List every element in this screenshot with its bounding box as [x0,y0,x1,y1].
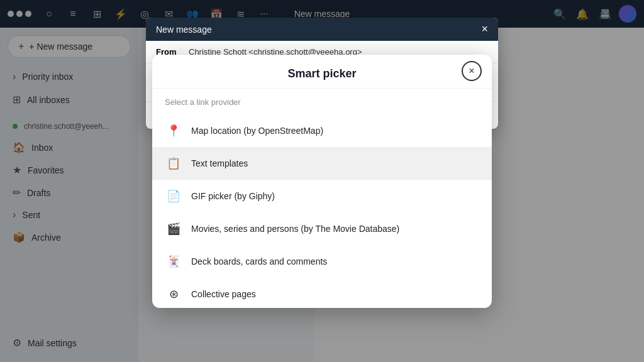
sp-item-icon-collective-pages: ⊛ [165,285,182,300]
sp-item-icon-movies: 🎬 [165,220,182,238]
sp-item-label-collective-pages: Collective pages [191,289,256,299]
sp-item-label-deck-boards: Deck boards, cards and comments [191,256,327,266]
sp-item-movies[interactable]: 🎬 Movies, series and persons (by The Mov… [152,212,492,245]
sp-item-map-location[interactable]: 📍 Map location (by OpenStreetMap) [152,114,492,147]
sp-header: Smart picker × [152,55,492,89]
sp-list: 📍 Map location (by OpenStreetMap) 📋 Text… [152,112,492,300]
sp-item-deck-boards[interactable]: 🃏 Deck boards, cards and comments [152,245,492,278]
sp-item-icon-text-templates: 📋 [165,155,182,172]
sp-item-gif-picker[interactable]: 📄 GIF picker (by Giphy) [152,180,492,212]
sp-title: Smart picker [287,67,356,80]
sp-item-icon-map-location: 📍 [165,122,182,140]
sp-item-icon-gif-picker: 📄 [165,187,182,205]
sp-footer [152,300,492,308]
sp-item-text-templates[interactable]: 📋 Text templates [152,147,492,180]
sp-subtitle: Select a link provider [152,89,492,112]
sp-item-collective-pages[interactable]: ⊛ Collective pages [152,278,492,300]
sp-item-label-movies: Movies, series and persons (by The Movie… [191,224,399,234]
sp-item-label-text-templates: Text templates [191,158,248,168]
sp-item-label-gif-picker: GIF picker (by Giphy) [191,191,275,201]
smart-picker-modal: Smart picker × Select a link provider 📍 … [152,55,492,308]
sp-item-icon-deck-boards: 🃏 [165,253,182,270]
smart-picker-wrapper: Smart picker × Select a link provider 📍 … [0,0,644,362]
sp-close-button[interactable]: × [462,61,482,81]
sp-item-label-map-location: Map location (by OpenStreetMap) [191,126,323,136]
